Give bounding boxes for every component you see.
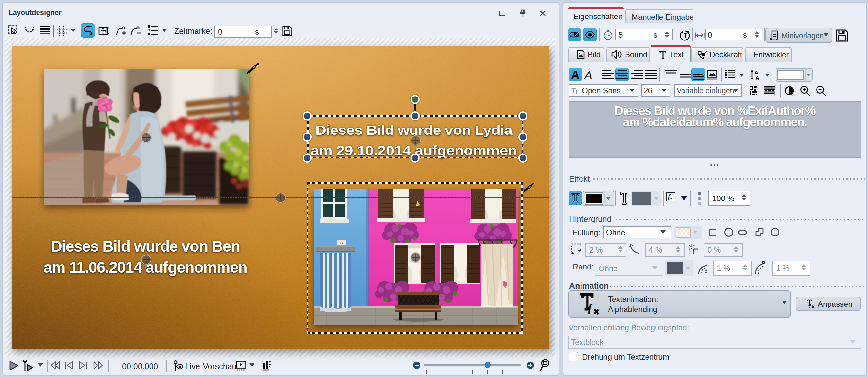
svg-text:f: f xyxy=(588,302,593,314)
svg-text:f: f xyxy=(809,303,811,308)
svg-text:830: 830 xyxy=(339,241,344,245)
svg-text:T: T xyxy=(575,89,578,95)
svg-text:A: A xyxy=(755,75,759,80)
